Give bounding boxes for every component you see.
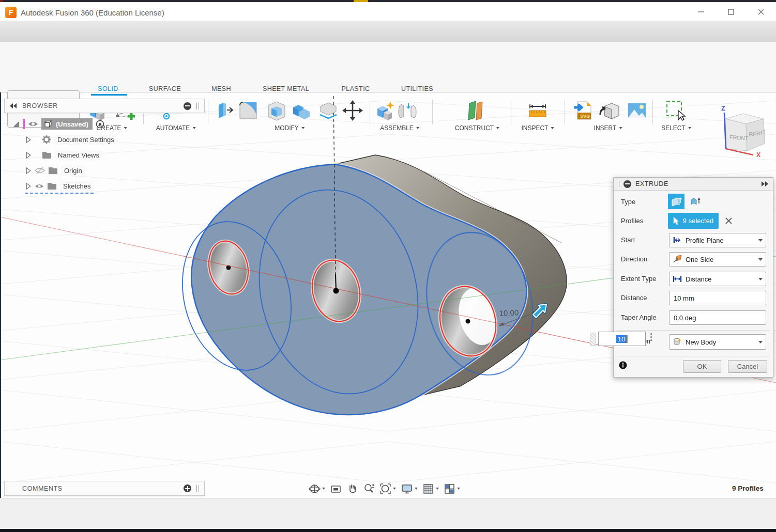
dropdown-arrow-icon xyxy=(415,488,418,490)
panel-resize-grip[interactable] xyxy=(196,103,199,109)
add-comment-button[interactable] xyxy=(184,484,191,492)
viewports-tool[interactable] xyxy=(444,483,460,495)
group-assemble[interactable]: ASSEMBLE xyxy=(380,124,419,132)
fit-tool[interactable] xyxy=(379,483,396,495)
measure-icon[interactable] xyxy=(526,99,549,122)
extent-type-select[interactable]: Distance xyxy=(669,272,766,286)
direction-select[interactable]: One Side xyxy=(669,252,766,267)
group-insert[interactable]: INSERT xyxy=(594,124,622,132)
thin-extrude-icon xyxy=(690,196,701,207)
comments-bar[interactable]: COMMENTS xyxy=(4,481,205,496)
combine-icon[interactable] xyxy=(290,99,313,122)
ok-button[interactable]: OK xyxy=(683,360,721,373)
operation-select[interactable]: New Body xyxy=(669,334,766,350)
group-select[interactable]: SELECT xyxy=(661,124,691,132)
minimize-button[interactable] xyxy=(696,7,706,17)
viewports-icon xyxy=(444,483,455,495)
distance-input[interactable]: 10 mm xyxy=(669,291,766,305)
browser-item-document-settings[interactable]: Document Settings xyxy=(25,134,117,145)
insert-mesh-icon[interactable] xyxy=(598,99,621,122)
title-bar: F Autodesk Fusion 360 (Education License… xyxy=(0,2,776,21)
dimension-input-grip[interactable] xyxy=(590,333,596,346)
start-select[interactable]: Profile Plane xyxy=(669,233,766,247)
display-settings-icon xyxy=(401,483,413,495)
cancel-button[interactable]: Cancel xyxy=(728,360,767,373)
tab-plastic[interactable]: PLASTIC xyxy=(342,85,370,92)
assemble-new-component-icon[interactable] xyxy=(374,99,397,122)
direction-value: One Side xyxy=(686,256,755,263)
pan-tool[interactable] xyxy=(346,483,358,495)
root-expander-icon[interactable] xyxy=(12,120,20,128)
tab-utilities[interactable]: UTILITIES xyxy=(401,85,433,92)
offset-face-icon[interactable] xyxy=(317,99,340,122)
insert-canvas-icon[interactable] xyxy=(626,99,648,122)
root-item-chip[interactable]: (Unsaved) xyxy=(41,118,93,130)
activate-component-radio[interactable] xyxy=(96,120,104,129)
tab-surface[interactable]: SURFACE xyxy=(149,85,181,92)
type-thin-extrude-button[interactable] xyxy=(687,194,704,209)
browser-panel-header[interactable]: BROWSER xyxy=(4,99,205,113)
panel-resize-grip[interactable] xyxy=(196,485,199,492)
dialog-collapse-button[interactable] xyxy=(623,180,631,188)
taper-angle-input[interactable]: 0.0 deg xyxy=(669,310,766,325)
press-pull-icon[interactable] xyxy=(214,99,236,122)
shell-icon[interactable] xyxy=(265,99,288,122)
tab-sheet-metal[interactable]: SHEET METAL xyxy=(263,85,309,92)
fusion-logo-icon: F xyxy=(5,7,17,18)
type-extrude-button[interactable] xyxy=(668,194,684,209)
group-divider xyxy=(208,100,208,124)
dropdown-arrow-icon xyxy=(688,127,691,129)
one-side-icon xyxy=(673,255,682,263)
expander-icon[interactable] xyxy=(25,167,32,175)
browser-item-named-views[interactable]: Named Views xyxy=(25,149,102,161)
view-cube[interactable]: FRONT RIGHT Z X xyxy=(716,103,774,158)
group-divider xyxy=(652,100,653,124)
group-modify[interactable]: MODIFY xyxy=(275,124,305,132)
maximize-button[interactable] xyxy=(726,7,736,17)
info-icon[interactable] xyxy=(619,361,627,369)
group-automate[interactable]: AUTOMATE xyxy=(156,124,196,132)
look-at-tool[interactable] xyxy=(330,483,342,495)
browser-item-origin[interactable]: Origin xyxy=(25,165,85,176)
dialog-drag-grip[interactable] xyxy=(617,181,619,187)
move-copy-icon[interactable] xyxy=(341,99,364,122)
expander-icon[interactable] xyxy=(25,182,32,190)
panel-collapse-button[interactable] xyxy=(184,102,191,110)
visibility-eye-icon[interactable] xyxy=(28,120,38,128)
dropdown-arrow-icon xyxy=(393,488,396,490)
select-icon[interactable] xyxy=(665,99,688,122)
display-settings[interactable] xyxy=(401,483,418,495)
group-inspect[interactable]: INSPECT xyxy=(521,124,554,132)
profiles-selected-button[interactable]: 9 selected xyxy=(668,213,719,229)
visibility-off-eye-icon[interactable] xyxy=(35,167,45,175)
close-window-button[interactable] xyxy=(756,7,766,17)
orbit-tool[interactable] xyxy=(309,483,325,495)
tab-mesh[interactable]: MESH xyxy=(211,85,231,92)
fillet-icon[interactable] xyxy=(237,99,260,122)
construct-plane-icon[interactable] xyxy=(463,99,486,122)
extrude-dialog-header[interactable]: EXTRUDE xyxy=(614,178,773,191)
z-axis-label: Z xyxy=(721,105,725,112)
collapse-panel-icon[interactable] xyxy=(10,103,17,108)
group-construct[interactable]: CONSTRUCT xyxy=(455,124,499,132)
dropdown-arrow-icon xyxy=(619,127,622,129)
insert-svg-icon[interactable]: SVG xyxy=(571,99,594,122)
expander-icon[interactable] xyxy=(25,136,32,144)
visibility-eye-icon[interactable] xyxy=(35,183,44,190)
sketch-point-middle[interactable] xyxy=(333,288,339,294)
clear-selection-icon[interactable] xyxy=(725,217,733,225)
joint-icon[interactable] xyxy=(396,99,419,122)
expander-icon[interactable] xyxy=(25,151,32,159)
direction-label: Direction xyxy=(621,255,647,263)
dimension-label: 10.00 xyxy=(499,308,519,318)
tab-solid[interactable]: SOLID xyxy=(98,85,118,92)
zoom-tool[interactable] xyxy=(363,483,375,495)
dimension-input-options-icon[interactable] xyxy=(650,333,652,341)
browser-item-sketches[interactable]: Sketches xyxy=(25,180,94,194)
dialog-expand-icon[interactable] xyxy=(760,181,769,186)
browser-root-row[interactable]: (Unsaved) xyxy=(12,118,104,130)
dimension-value-input[interactable]: 10 xyxy=(598,332,646,346)
group-modify-label: MODIFY xyxy=(275,124,299,132)
grid-and-snaps[interactable] xyxy=(422,483,439,495)
dropdown-arrow-icon xyxy=(758,258,763,261)
